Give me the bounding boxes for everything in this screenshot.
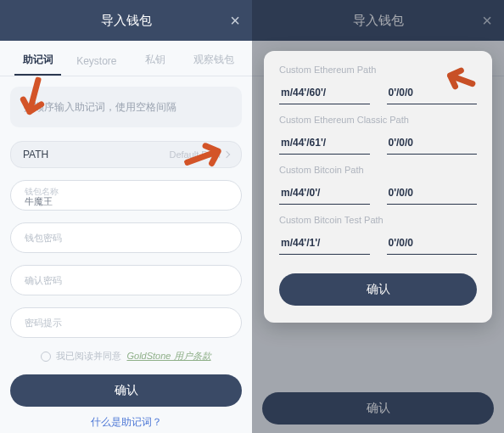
tab-privatekey[interactable]: 私钥 [126,53,185,76]
agree-terms[interactable]: 我已阅读并同意 GoldStone 用户条款 [10,350,242,363]
mnemonic-placeholder: 按顺序输入助记词，使用空格间隔 [24,100,176,115]
tab-watch[interactable]: 观察钱包 [185,53,244,76]
confirm-button[interactable]: 确认 [10,374,242,407]
close-icon[interactable]: × [230,12,240,29]
eth-path-suffix-input[interactable]: 0'/0/0 [387,82,478,104]
wallet-name-field[interactable]: 钱包名称 牛魔王 [10,180,242,211]
password-hint-label: 密码提示 [25,317,227,329]
header-title: 导入钱包 [101,13,152,29]
path-modal: Custom Ethereum Path m/44'/60'/ 0'/0/0 C… [264,51,492,323]
modal-confirm-button[interactable]: 确认 [279,273,477,306]
path-value: Default Path [169,149,221,160]
wallet-name-label: 钱包名称 [25,187,227,196]
terms-link[interactable]: GoldStone 用户条款 [126,350,210,363]
modal-confirm-label: 确认 [367,282,390,297]
tabs: 助记词 Keystore 私钥 观察钱包 [0,41,252,76]
path-selector[interactable]: PATH Default Path [10,141,242,168]
agree-prefix: 我已阅读并同意 [56,350,121,363]
confirm-password-label: 确认密码 [25,274,227,287]
btctest-path-prefix-input[interactable]: m/44'/1'/ [279,232,370,255]
mnemonic-input[interactable]: 按顺序输入助记词，使用空格间隔 [10,87,242,127]
section-title-eth: Custom Ethereum Path [279,65,477,75]
password-hint-field[interactable]: 密码提示 [10,307,242,338]
chevron-right-icon [223,151,230,158]
etc-path-suffix-input[interactable]: 0'/0/0 [387,132,478,155]
header: 导入钱包 × [0,0,252,41]
btc-path-prefix-input[interactable]: m/44'/0'/ [279,182,370,205]
confirm-password-field[interactable]: 确认密码 [10,265,242,295]
section-title-etc: Custom Ethereum Classic Path [279,115,477,125]
wallet-password-label: 钱包密码 [25,232,227,245]
etc-path-prefix-input[interactable]: m/44'/61'/ [279,132,370,155]
eth-path-prefix-input[interactable]: m/44'/60'/ [279,82,370,104]
checkbox-icon[interactable] [41,351,51,362]
section-title-btc: Custom Bitcoin Path [279,165,477,175]
help-link-text: 什么是助记词？ [91,416,162,428]
btctest-path-suffix-input[interactable]: 0'/0/0 [387,232,478,255]
confirm-button-label: 确认 [115,383,138,398]
section-title-btctest: Custom Bitcoin Test Path [279,215,477,225]
tab-mnemonic[interactable]: 助记词 [8,53,67,76]
wallet-password-field[interactable]: 钱包密码 [10,222,242,253]
tab-keystore[interactable]: Keystore [67,55,126,76]
help-link[interactable]: 什么是助记词？ [10,415,242,430]
btc-path-suffix-input[interactable]: 0'/0/0 [387,182,478,205]
wallet-name-value: 牛魔王 [25,196,227,206]
path-label: PATH [23,149,48,160]
